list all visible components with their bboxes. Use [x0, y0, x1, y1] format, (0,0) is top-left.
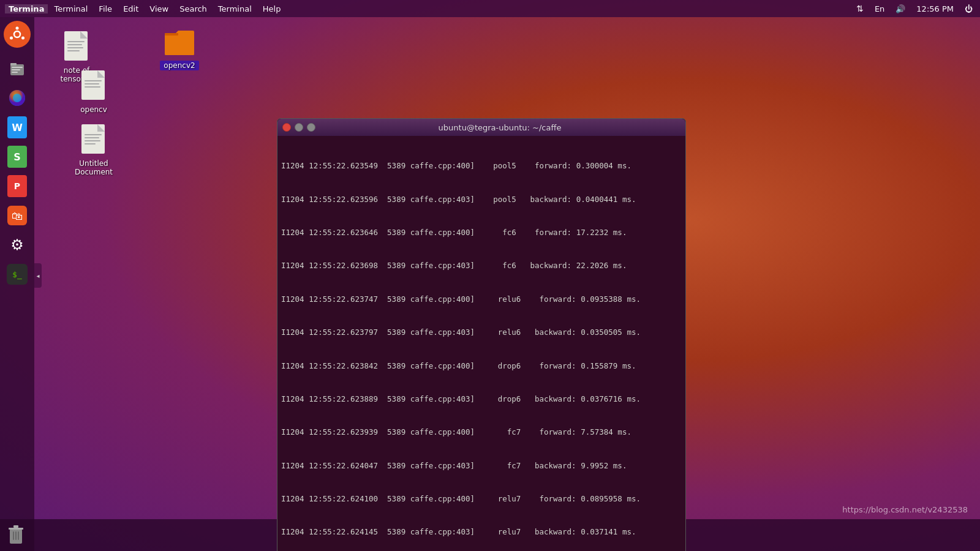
svg-rect-15	[67, 41, 85, 42]
svg-rect-30	[85, 140, 100, 141]
svg-rect-16	[67, 44, 82, 45]
terminal-window: ubuntu@tegra-ubuntu: ~/caffe I1204 12:55…	[277, 118, 686, 551]
svg-rect-29	[85, 137, 99, 138]
terminal-line: I1204 12:55:22.623939 5389 caffe.cpp:400…	[281, 427, 682, 438]
desktop-icon-untitled-document[interactable]: Untitled Document	[66, 122, 121, 177]
sidebar-icon-software-center[interactable]: 🛍	[4, 202, 31, 229]
svg-rect-28	[85, 134, 102, 135]
terminal-line: I1204 12:55:22.623797 5389 caffe.cpp:403…	[281, 327, 682, 338]
taskbar-icon-trash[interactable]	[1, 520, 31, 550]
svg-rect-18	[67, 50, 80, 51]
untitled-document-icon	[79, 122, 108, 157]
svg-rect-33	[9, 528, 23, 530]
svg-rect-24	[85, 83, 99, 84]
volume-icon[interactable]: 🔊	[893, 4, 908, 13]
svg-rect-35	[13, 531, 14, 540]
terminal-titlebar: ubuntu@tegra-ubuntu: ~/caffe	[277, 119, 685, 136]
terminal-line: I1204 12:55:22.623646 5389 caffe.cpp:400…	[281, 227, 682, 238]
svg-rect-36	[15, 531, 17, 540]
top-bar-right: ⇅ En 🔊 12:56 PM ⏻	[854, 4, 975, 13]
sidebar-icon-settings[interactable]: ⚙	[4, 231, 31, 258]
menu-file[interactable]: File	[94, 3, 117, 15]
terminal-line: I1204 12:55:22.623842 5389 caffe.cpp:400…	[281, 361, 682, 372]
opencv-label: opencv	[78, 105, 110, 114]
menu-terminal2[interactable]: Terminal	[213, 3, 257, 15]
svg-rect-8	[12, 69, 20, 70]
svg-rect-31	[85, 143, 96, 144]
terminal-close-button[interactable]	[282, 123, 291, 132]
svg-point-4	[21, 37, 24, 40]
opencv-icon	[79, 69, 108, 103]
svg-rect-37	[18, 531, 19, 540]
terminal-line: I1204 12:55:22.624145 5389 caffe.cpp:403…	[281, 527, 682, 538]
sidebar-icon-firefox[interactable]	[4, 84, 31, 111]
top-bar-left: Termina Terminal File Edit View Search T…	[5, 3, 285, 15]
terminal-line: I1204 12:55:22.623747 5389 caffe.cpp:400…	[281, 294, 682, 305]
terminal-minimize-button[interactable]	[295, 123, 303, 132]
note-tensorrt-icon	[62, 29, 91, 64]
clock: 12:56 PM	[914, 4, 956, 13]
network-icon[interactable]: ⇅	[854, 4, 866, 13]
terminal-line: I1204 12:55:22.623596 5389 caffe.cpp:403…	[281, 194, 682, 205]
sidebar-icon-files[interactable]	[4, 55, 31, 82]
svg-rect-34	[13, 525, 18, 528]
terminal-body[interactable]: I1204 12:55:22.623549 5389 caffe.cpp:400…	[277, 136, 685, 551]
svg-point-3	[10, 37, 13, 40]
top-menu-bar: Termina Terminal File Edit View Search T…	[0, 0, 980, 17]
menu-view[interactable]: View	[145, 3, 173, 15]
svg-rect-6	[10, 63, 17, 66]
sidebar-icon-terminal[interactable]: $_	[4, 261, 31, 288]
sidebar: W S P 🛍 ⚙ $_	[0, 17, 34, 551]
svg-rect-23	[85, 80, 102, 81]
terminal-line: I1204 12:55:22.624100 5389 caffe.cpp:400…	[281, 493, 682, 504]
sidebar-handle-arrow: ◂	[36, 272, 39, 279]
sidebar-icon-libreoffice-calc[interactable]: S	[4, 143, 31, 170]
sidebar-icon-libreoffice-writer[interactable]: W	[4, 114, 31, 141]
menu-help[interactable]: Help	[258, 3, 286, 15]
svg-point-12	[13, 94, 21, 102]
svg-rect-7	[12, 67, 23, 68]
svg-rect-20	[165, 33, 178, 36]
power-icon[interactable]: ⏻	[962, 4, 975, 13]
terminal-line: I1204 12:55:22.624047 5389 caffe.cpp:403…	[281, 460, 682, 471]
sidebar-icon-libreoffice-impress[interactable]: P	[4, 173, 31, 200]
terminal-line: I1204 12:55:22.623698 5389 caffe.cpp:403…	[281, 260, 682, 271]
app-name[interactable]: Termina	[5, 4, 48, 13]
svg-point-2	[16, 27, 19, 30]
sidebar-handle[interactable]: ◂	[34, 263, 42, 288]
watermark: https://blog.csdn.net/v2432538	[842, 505, 968, 514]
svg-rect-25	[85, 86, 100, 88]
terminal-maximize-button[interactable]	[307, 123, 315, 132]
terminal-title: ubuntu@tegra-ubuntu: ~/caffe	[319, 123, 680, 132]
terminal-line: I1204 12:55:22.623889 5389 caffe.cpp:403…	[281, 394, 682, 405]
desktop-icon-opencv2[interactable]: opencv2	[152, 24, 207, 70]
desktop-icon-opencv[interactable]: opencv	[66, 69, 121, 114]
terminal-line: I1204 12:55:22.623549 5389 caffe.cpp:400…	[281, 160, 682, 171]
untitled-document-label: Untitled Document	[66, 159, 121, 177]
svg-rect-19	[165, 34, 194, 55]
svg-rect-17	[67, 47, 83, 48]
lang-indicator[interactable]: En	[872, 4, 887, 13]
svg-rect-9	[12, 72, 18, 73]
menu-search[interactable]: Search	[175, 3, 212, 15]
menu-edit[interactable]: Edit	[118, 3, 143, 15]
opencv2-icon	[165, 24, 194, 59]
opencv2-label: opencv2	[160, 61, 198, 70]
sidebar-icon-ubuntu[interactable]	[4, 21, 31, 48]
menu-terminal[interactable]: Terminal	[49, 3, 92, 15]
